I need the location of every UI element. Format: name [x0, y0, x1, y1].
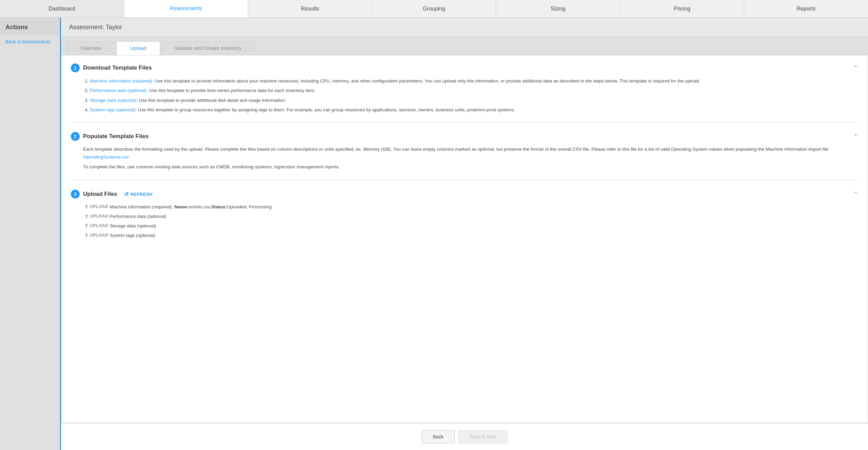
section-populate-content: Each template describes the formatting u…: [71, 146, 858, 171]
upload-row-performance: ⇧ UPLOAD Performance data (optional): [83, 213, 858, 220]
upload-storage-label: UPLOAD: [90, 223, 108, 228]
section-populate-title: Populate Template Files: [83, 133, 149, 140]
step-badge-3: 3: [71, 190, 80, 199]
section-upload: 3 Upload Files ↺ REFRESH ⌃ ⇧ UP: [71, 190, 858, 248]
section-populate: 2 Populate Template Files ⌃ Each templat…: [71, 132, 858, 180]
sidebar-title: Actions: [0, 18, 60, 35]
collapse-populate-icon[interactable]: ⌃: [853, 133, 858, 140]
download-list: Machine information (required): Use this…: [83, 77, 858, 114]
upload-machine-name-value: vmInfo.csv,: [189, 204, 211, 209]
tab-validate-create-inventory[interactable]: Validate and Create Inventory: [161, 41, 255, 55]
nav-assessments[interactable]: Assessments: [124, 0, 248, 17]
upload-machine-status-label: Status:: [211, 204, 227, 209]
main-panel: 1 Download Template Files ⌃ Machine info…: [61, 55, 868, 423]
step-badge-2: 2: [71, 132, 80, 141]
tab-overview[interactable]: Overview: [66, 41, 116, 55]
section-download-header: 1 Download Template Files ⌃: [71, 63, 858, 72]
collapse-upload-icon[interactable]: ⌃: [853, 190, 858, 198]
nav-results[interactable]: Results: [248, 0, 372, 17]
upload-machine-label: UPLOAD: [90, 204, 108, 209]
section-populate-header: 2 Populate Template Files ⌃: [71, 132, 858, 141]
assessment-header: Assessment: Taylor: [61, 18, 868, 37]
operating-systems-link[interactable]: OperatingSystems.csv: [83, 154, 129, 160]
section-populate-title-row: 2 Populate Template Files: [71, 132, 149, 141]
nav-pricing[interactable]: Pricing: [620, 0, 744, 17]
sidebar-item-back-to-assessments[interactable]: Back to Assessments: [0, 35, 60, 49]
section-upload-header: 3 Upload Files ↺ REFRESH ⌃: [71, 190, 858, 199]
upload-storage-description: Storage data (optional): [110, 223, 156, 228]
upload-machine-button[interactable]: ⇧ UPLOAD: [83, 203, 110, 210]
upload-storage-icon: ⇧: [84, 223, 89, 228]
section-upload-title: Upload Files: [83, 191, 117, 198]
upload-tags-icon: ⇧: [84, 232, 89, 238]
populate-paragraph-2: To complete the files, use common existi…: [83, 163, 858, 171]
main-layout: Actions Back to Assessments Assessment: …: [0, 18, 868, 450]
nav-grouping[interactable]: Grouping: [372, 0, 496, 17]
refresh-button[interactable]: ↺ REFRESH: [124, 191, 153, 198]
tab-upload[interactable]: Upload: [116, 41, 160, 55]
upload-machine-name-label: Name:: [175, 204, 189, 209]
performance-data-text: Use this template to provide time-series…: [148, 88, 315, 93]
section-download-title: Download Template Files: [83, 64, 152, 71]
upload-performance-icon: ⇧: [84, 213, 89, 219]
upload-row-tags: ⇧ UPLOAD System tags (optional): [83, 232, 858, 239]
refresh-label: REFRESH: [131, 192, 153, 197]
top-navigation: Dashboard Assessments Results Grouping S…: [0, 0, 868, 18]
section-upload-content: ⇧ UPLOAD Machine information (required) …: [71, 203, 858, 239]
save-next-button[interactable]: Save & Next: [459, 430, 508, 443]
upload-tags-button[interactable]: ⇧ UPLOAD: [83, 232, 110, 239]
upload-tags-description: System tags (optional): [110, 233, 155, 238]
download-item-3: Storage data (optional): Use this templa…: [90, 96, 858, 105]
section-download-title-row: 1 Download Template Files: [71, 63, 152, 72]
upload-row-storage: ⇧ UPLOAD Storage data (optional): [83, 222, 858, 229]
download-item-2: Performance data (optional): Use this te…: [90, 87, 858, 95]
refresh-icon: ↺: [124, 191, 129, 198]
performance-data-link[interactable]: Performance data (optional):: [90, 88, 148, 93]
footer-bar: Back Save & Next: [61, 423, 868, 450]
upload-performance-button[interactable]: ⇧ UPLOAD: [83, 213, 110, 220]
step-badge-1: 1: [71, 63, 80, 72]
storage-data-text: Use this template to provide additional …: [138, 98, 286, 103]
section-download: 1 Download Template Files ⌃ Machine info…: [71, 63, 858, 123]
collapse-download-icon[interactable]: ⌃: [853, 64, 858, 72]
download-item-1: Machine information (required): Use this…: [90, 77, 858, 85]
populate-text-1: Each template describes the formatting u…: [83, 147, 830, 152]
upload-machine-description: Machine information (required) :: [110, 204, 174, 209]
content-area: Assessment: Taylor Overview Upload Valid…: [61, 18, 868, 450]
upload-tags-label: UPLOAD: [90, 233, 108, 238]
upload-storage-button[interactable]: ⇧ UPLOAD: [83, 222, 110, 229]
nav-reports[interactable]: Reports: [744, 0, 868, 17]
system-tags-text: Use this template to group resources tog…: [137, 107, 515, 112]
nav-sizing[interactable]: Sizing: [496, 0, 620, 17]
upload-row-machine: ⇧ UPLOAD Machine information (required) …: [83, 203, 858, 210]
populate-paragraph-1: Each template describes the formatting u…: [83, 146, 858, 161]
sidebar: Actions Back to Assessments: [0, 18, 61, 450]
machine-info-link[interactable]: Machine information (required):: [90, 78, 154, 83]
sub-tabs: Overview Upload Validate and Create Inve…: [61, 37, 868, 55]
machine-info-text: Use this template to provide information…: [154, 78, 700, 83]
nav-dashboard[interactable]: Dashboard: [0, 0, 124, 17]
upload-performance-description: Performance data (optional): [110, 214, 166, 219]
download-item-4: System tags (optional): Use this templat…: [90, 106, 858, 114]
storage-data-link[interactable]: Storage data (optional):: [90, 98, 138, 103]
upload-machine-icon: ⇧: [84, 204, 89, 209]
system-tags-link[interactable]: System tags (optional):: [90, 107, 137, 112]
upload-performance-label: UPLOAD: [90, 214, 108, 219]
upload-machine-status-value: Uploaded, Processing: [227, 204, 272, 209]
section-upload-title-row: 3 Upload Files ↺ REFRESH: [71, 190, 153, 199]
section-download-content: Machine information (required): Use this…: [71, 77, 858, 114]
back-button[interactable]: Back: [422, 430, 455, 443]
